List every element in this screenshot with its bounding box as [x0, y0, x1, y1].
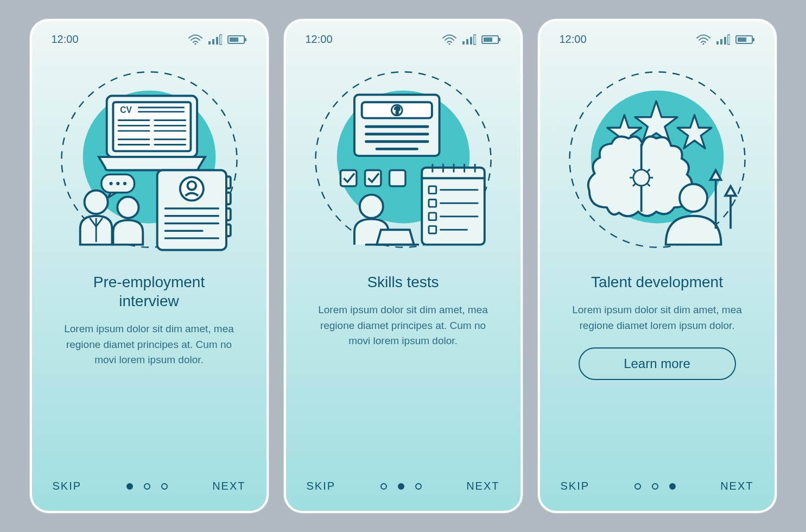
svg-rect-51	[499, 38, 500, 41]
svg-rect-1	[208, 41, 211, 45]
wifi-icon	[442, 34, 456, 45]
dot-2[interactable]	[144, 483, 150, 490]
wifi-icon	[188, 34, 202, 45]
learn-more-button[interactable]: Learn more	[579, 347, 736, 380]
svg-rect-31	[226, 224, 230, 236]
page-dots	[634, 483, 676, 490]
screen-body: Lorem ipsum dolor sit dim amet, mea regi…	[556, 302, 758, 333]
dot-3[interactable]	[415, 483, 422, 490]
screen-body: Lorem ipsum dolor sit dim amet, mea regi…	[48, 321, 250, 368]
dot-3[interactable]	[669, 483, 676, 490]
svg-text:CV: CV	[120, 105, 132, 115]
screen-title: Skills tests	[302, 273, 504, 292]
battery-icon	[481, 34, 501, 45]
nav-row: SKIP NEXT	[286, 480, 521, 492]
signal-icon	[462, 34, 476, 45]
svg-point-43	[123, 182, 126, 185]
dot-1[interactable]	[126, 483, 133, 490]
svg-rect-4	[220, 35, 222, 45]
svg-rect-85	[724, 37, 726, 45]
svg-point-44	[448, 43, 450, 45]
svg-rect-46	[466, 39, 468, 45]
onboarding-screen-3: 12:00	[538, 19, 777, 513]
svg-rect-88	[738, 37, 746, 42]
nav-row: SKIP NEXT	[32, 480, 266, 492]
next-button[interactable]: NEXT	[212, 480, 245, 492]
svg-point-39	[117, 197, 138, 218]
svg-rect-89	[753, 38, 754, 41]
status-bar: 12:00	[48, 33, 250, 46]
interview-illustration: CV	[48, 56, 250, 263]
status-icons	[188, 34, 247, 45]
svg-point-93	[633, 170, 649, 186]
svg-point-0	[194, 43, 196, 45]
svg-rect-3	[216, 37, 218, 45]
next-button[interactable]: NEXT	[466, 480, 499, 492]
svg-rect-29	[226, 193, 230, 205]
svg-rect-47	[470, 37, 472, 45]
svg-rect-63	[365, 170, 380, 186]
page-dots	[126, 483, 168, 490]
status-time: 12:00	[560, 33, 587, 46]
svg-rect-64	[389, 170, 405, 186]
skip-button[interactable]: SKIP	[307, 480, 336, 492]
svg-point-82	[702, 43, 704, 45]
wifi-icon	[696, 34, 710, 45]
battery-icon	[227, 34, 247, 45]
status-time: 12:00	[52, 33, 79, 46]
svg-point-42	[116, 182, 119, 185]
svg-rect-50	[484, 37, 492, 42]
svg-rect-86	[728, 35, 730, 45]
svg-point-102	[680, 184, 707, 212]
page-dots	[380, 483, 422, 490]
next-button[interactable]: NEXT	[720, 480, 753, 492]
svg-text:?: ?	[395, 106, 400, 115]
onboarding-screen-1: 12:00 CV	[30, 19, 269, 513]
status-icons	[442, 34, 501, 45]
svg-rect-6	[230, 37, 238, 42]
dot-2[interactable]	[398, 483, 404, 490]
signal-icon	[208, 34, 222, 45]
skip-button[interactable]: SKIP	[53, 480, 82, 492]
screen-title: Pre-employment interview	[48, 273, 250, 311]
battery-icon	[735, 34, 755, 45]
screen-title: Talent development	[556, 273, 758, 292]
dot-1[interactable]	[380, 483, 387, 490]
dot-3[interactable]	[161, 483, 168, 490]
svg-rect-28	[226, 176, 230, 188]
skip-button[interactable]: SKIP	[561, 480, 590, 492]
screen-body: Lorem ipsum dolor sit dim amet, mea regi…	[302, 302, 504, 349]
onboarding-screen-2: 12:00 ?	[284, 19, 523, 513]
svg-rect-7	[245, 38, 246, 41]
svg-rect-2	[212, 39, 214, 45]
svg-rect-30	[226, 208, 230, 220]
svg-point-80	[359, 195, 383, 218]
status-time: 12:00	[306, 33, 333, 46]
status-bar: 12:00	[556, 33, 758, 46]
svg-point-41	[109, 182, 112, 185]
talent-illustration	[556, 56, 758, 263]
svg-rect-45	[462, 41, 465, 45]
status-bar: 12:00	[302, 33, 504, 46]
dot-2[interactable]	[652, 483, 658, 490]
svg-rect-48	[474, 35, 476, 45]
svg-rect-62	[340, 170, 356, 186]
skills-illustration: ?	[302, 56, 504, 263]
nav-row: SKIP NEXT	[540, 480, 775, 492]
svg-rect-83	[716, 41, 719, 45]
dot-1[interactable]	[634, 483, 641, 490]
status-icons	[696, 34, 755, 45]
svg-point-37	[84, 191, 107, 214]
signal-icon	[716, 34, 730, 45]
svg-rect-84	[720, 39, 722, 45]
